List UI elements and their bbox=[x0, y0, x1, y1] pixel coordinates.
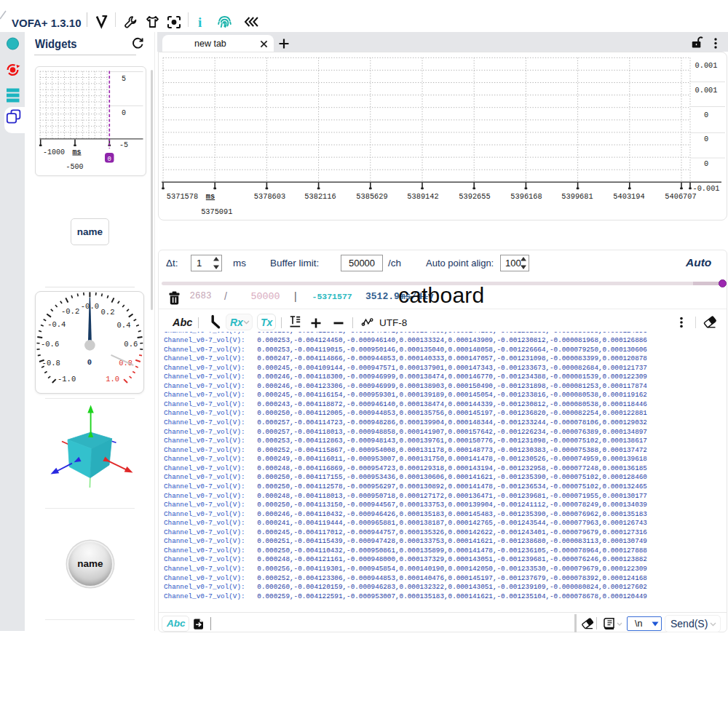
svg-text:5392655: 5392655 bbox=[459, 192, 490, 201]
svg-text:0.6: 0.6 bbox=[124, 340, 138, 349]
svg-text:ms: ms bbox=[206, 192, 215, 201]
svg-text:5406707: 5406707 bbox=[665, 192, 696, 201]
svg-text:0: 0 bbox=[87, 358, 92, 367]
svg-text:5378603: 5378603 bbox=[254, 192, 285, 201]
svg-text:0: 0 bbox=[122, 109, 126, 117]
svg-text:5396168: 5396168 bbox=[510, 192, 542, 201]
svg-text:-0.6: -0.6 bbox=[41, 340, 59, 349]
svg-text:5389142: 5389142 bbox=[407, 192, 438, 201]
svg-text:-0.8: -0.8 bbox=[42, 359, 60, 368]
svg-text:1.0: 1.0 bbox=[106, 375, 119, 384]
svg-text:0.001: 0.001 bbox=[695, 61, 718, 70]
svg-text:-1000: -1000 bbox=[43, 148, 65, 156]
svg-text:5371578: 5371578 bbox=[167, 192, 198, 201]
svg-text:-0.2: -0.2 bbox=[61, 307, 79, 316]
svg-text:-500: -500 bbox=[66, 163, 84, 171]
svg-text:0: 0 bbox=[108, 156, 111, 163]
svg-text:0: 0 bbox=[704, 159, 708, 168]
svg-text:-0.4: -0.4 bbox=[47, 320, 66, 329]
svg-text:0.4: 0.4 bbox=[117, 321, 131, 330]
svg-text:5385629: 5385629 bbox=[356, 192, 387, 201]
svg-text:5375091: 5375091 bbox=[201, 207, 232, 216]
svg-text:5399681: 5399681 bbox=[561, 192, 593, 201]
svg-text:-0.001: -0.001 bbox=[692, 184, 719, 193]
svg-text:5: 5 bbox=[122, 75, 126, 83]
svg-text:0.2: 0.2 bbox=[101, 308, 115, 317]
svg-text:5382116: 5382116 bbox=[304, 192, 336, 201]
svg-text:-5: -5 bbox=[119, 141, 128, 149]
svg-text:0.001: 0.001 bbox=[695, 86, 718, 95]
svg-text:0: 0 bbox=[704, 135, 708, 143]
svg-text:5403194: 5403194 bbox=[613, 192, 644, 201]
svg-text:0: 0 bbox=[704, 111, 708, 119]
svg-text:-1.0: -1.0 bbox=[58, 375, 76, 384]
svg-text:ms: ms bbox=[73, 148, 82, 156]
